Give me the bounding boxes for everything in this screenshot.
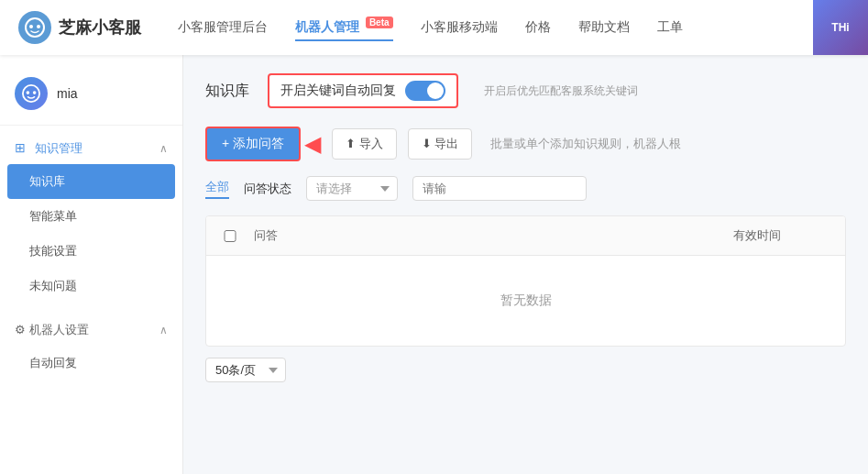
filters: 全部 问答状态 请选择 xyxy=(205,176,846,201)
import-button[interactable]: ⬆ 导入 xyxy=(332,128,397,160)
header: 芝麻小客服 小客服管理后台 机器人管理 Beta 小客服移动端 价格 帮助文档 … xyxy=(0,0,868,55)
filter-tab-all[interactable]: 全部 xyxy=(205,179,229,199)
content-area: 知识库 开启关键词自动回复 开启后优先匹配客服系统关键词 + 添加问答 ◀ ⬆ … xyxy=(183,55,868,474)
user-avatar-corner[interactable]: THi xyxy=(813,0,868,55)
export-button[interactable]: ⬇ 导出 xyxy=(408,128,473,160)
filter-status-label: 问答状态 xyxy=(244,181,291,197)
nav-item-admin[interactable]: 小客服管理后台 xyxy=(178,16,268,39)
knowledge-section-icon: ⊞ xyxy=(15,140,26,155)
avatar xyxy=(15,77,48,110)
nav-bar: 小客服管理后台 机器人管理 Beta 小客服移动端 价格 帮助文档 工单 xyxy=(178,14,850,41)
svg-point-4 xyxy=(27,91,30,94)
page-size-select[interactable]: 50条/页 10条/页 20条/页 100条/页 xyxy=(205,358,286,382)
kb-toggle-box: 开启关键词自动回复 xyxy=(268,73,458,108)
kb-header: 知识库 开启关键词自动回复 开启后优先匹配客服系统关键词 xyxy=(205,73,846,108)
sidebar-section-knowledge-header[interactable]: ⊞ 知识管理 ∧ xyxy=(0,133,182,164)
sidebar-item-knowledge-base[interactable]: 知识库 xyxy=(7,164,175,199)
logo-icon xyxy=(18,11,51,44)
sidebar-item-skill-settings[interactable]: 技能设置 xyxy=(0,234,182,269)
filter-search-input[interactable] xyxy=(412,176,587,201)
svg-point-1 xyxy=(29,25,33,28)
sidebar-section-knowledge: ⊞ 知识管理 ∧ 知识库 智能菜单 技能设置 未知问题 xyxy=(0,133,182,311)
sidebar-item-smart-menu[interactable]: 智能菜单 xyxy=(0,199,182,234)
nav-item-help[interactable]: 帮助文档 xyxy=(578,16,630,39)
col-qa-header: 问答 xyxy=(254,227,684,244)
sidebar-section-robot-header[interactable]: ⚙ 机器人设置 ∧ xyxy=(0,314,182,346)
chevron-up-icon: ∧ xyxy=(159,142,168,155)
sidebar-item-unknown-questions[interactable]: 未知问题 xyxy=(0,269,182,303)
qa-table: 问答 有效时间 暂无数据 xyxy=(205,215,846,347)
table-empty-message: 暂无数据 xyxy=(206,256,845,346)
pagination: 50条/页 10条/页 20条/页 100条/页 xyxy=(205,347,846,393)
kb-title: 知识库 xyxy=(205,82,249,101)
nav-item-mobile[interactable]: 小客服移动端 xyxy=(421,16,498,39)
main-layout: mia ⊞ 知识管理 ∧ 知识库 智能菜单 技能设置 未知问题 ⚙ 机器人设置 … xyxy=(0,55,868,474)
red-arrow-icon: ◀ xyxy=(304,131,321,157)
logo-area: 芝麻小客服 xyxy=(18,11,141,44)
sidebar: mia ⊞ 知识管理 ∧ 知识库 智能菜单 技能设置 未知问题 ⚙ 机器人设置 … xyxy=(0,55,183,474)
add-qa-button[interactable]: + 添加问答 xyxy=(205,127,301,161)
select-all-checkbox[interactable] xyxy=(221,230,239,242)
svg-point-5 xyxy=(33,91,37,94)
svg-point-2 xyxy=(37,25,40,28)
svg-point-3 xyxy=(23,85,39,102)
sidebar-user: mia xyxy=(0,70,182,126)
beta-badge: Beta xyxy=(366,17,393,28)
robot-section-label: 机器人设置 xyxy=(29,323,89,336)
nav-item-price[interactable]: 价格 xyxy=(525,16,551,39)
sidebar-item-auto-reply[interactable]: 自动回复 xyxy=(0,346,182,380)
sidebar-username: mia xyxy=(57,86,78,101)
nav-item-robot[interactable]: 机器人管理 Beta xyxy=(295,14,393,41)
knowledge-section-label: 知识管理 xyxy=(35,141,82,155)
kb-toggle-label: 开启关键词自动回复 xyxy=(280,83,396,99)
robot-section-icon: ⚙ xyxy=(15,323,26,336)
col-time-header: 有效时间 xyxy=(684,227,830,244)
filter-status-select[interactable]: 请选择 xyxy=(306,176,398,201)
logo-text: 芝麻小客服 xyxy=(59,17,141,39)
svg-point-0 xyxy=(26,18,44,37)
chevron-up-icon-robot: ∧ xyxy=(159,324,168,336)
kb-toggle-hint: 开启后优先匹配客服系统关键词 xyxy=(484,83,638,99)
table-header: 问答 有效时间 xyxy=(206,216,845,256)
toggle-switch[interactable] xyxy=(405,81,445,101)
toolbar: + 添加问答 ◀ ⬆ 导入 ⬇ 导出 批量或单个添加知识规则，机器人根 xyxy=(205,127,846,161)
sidebar-section-robot: ⚙ 机器人设置 ∧ 自动回复 xyxy=(0,314,182,388)
nav-item-tools[interactable]: 工单 xyxy=(657,16,683,39)
toolbar-hint: 批量或单个添加知识规则，机器人根 xyxy=(490,136,681,152)
